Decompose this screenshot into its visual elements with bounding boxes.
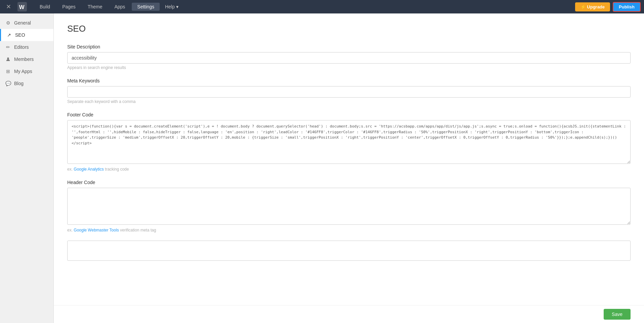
svg-point-2 bbox=[7, 58, 9, 59]
nav-pages[interactable]: Pages bbox=[57, 3, 81, 11]
footer-hint-suffix: tracking code bbox=[105, 167, 129, 172]
close-button[interactable]: ✕ bbox=[3, 3, 13, 10]
logo: W bbox=[17, 1, 28, 12]
extra-field bbox=[67, 241, 631, 261]
nav-items: Build Pages Theme Apps Settings Help ▾ bbox=[34, 3, 575, 11]
upgrade-button[interactable]: ⚡ Upgrade bbox=[575, 2, 610, 11]
footer-code-hint: ex. Google Analytics tracking code bbox=[67, 167, 631, 172]
sidebar-label-blog: Blog bbox=[14, 81, 24, 86]
sidebar-item-blog[interactable]: 💬 Blog bbox=[0, 77, 53, 89]
nav-theme[interactable]: Theme bbox=[82, 3, 108, 11]
seo-icon: ↗ bbox=[6, 32, 12, 38]
save-button[interactable]: Save bbox=[604, 309, 631, 320]
header-code-group: Header Code ex. Google Webmaster Tools v… bbox=[67, 180, 631, 232]
header-hint-prefix: ex. bbox=[67, 228, 74, 232]
nav-help[interactable]: Help ▾ bbox=[161, 3, 183, 11]
meta-keywords-hint: Separate each keyword with a comma bbox=[67, 99, 631, 104]
site-description-hint: Appears in search engine results bbox=[67, 65, 631, 70]
topnav: ✕ W Build Pages Theme Apps Settings Help… bbox=[0, 0, 644, 13]
blog-icon: 💬 bbox=[5, 81, 11, 86]
apps-icon: ⊞ bbox=[5, 69, 11, 74]
header-hint-suffix: verification meta tag bbox=[120, 228, 156, 232]
site-description-group: Site Description Appears in search engin… bbox=[67, 44, 631, 70]
footer-code-group: Footer Code <script>(function(){var s = … bbox=[67, 112, 631, 172]
sidebar-item-members[interactable]: Members bbox=[0, 53, 53, 65]
meta-keywords-input[interactable] bbox=[67, 86, 631, 98]
sidebar-item-general[interactable]: ⚙ General bbox=[0, 17, 53, 29]
sidebar-label-seo: SEO bbox=[15, 32, 25, 38]
user-icon bbox=[5, 57, 11, 62]
meta-keywords-label: Meta Keywords bbox=[67, 78, 631, 83]
page-title: SEO bbox=[67, 24, 631, 34]
layout: ⚙ General ↗ SEO ✏ Editors Members ⊞ My A… bbox=[0, 13, 644, 323]
nav-settings[interactable]: Settings bbox=[132, 3, 160, 11]
nav-build[interactable]: Build bbox=[34, 3, 55, 11]
sidebar: ⚙ General ↗ SEO ✏ Editors Members ⊞ My A… bbox=[0, 13, 54, 323]
pencil-icon: ✏ bbox=[5, 44, 11, 50]
site-description-input[interactable] bbox=[67, 52, 631, 64]
sidebar-label-myapps: My Apps bbox=[14, 69, 32, 74]
main-content: SEO Site Description Appears in search e… bbox=[54, 13, 644, 323]
footer-code-textarea[interactable]: <script>(function(){var s = document.cre… bbox=[67, 120, 631, 164]
site-description-label: Site Description bbox=[67, 44, 631, 49]
sidebar-label-members: Members bbox=[14, 57, 34, 62]
header-code-textarea[interactable] bbox=[67, 188, 631, 225]
footer-code-label: Footer Code bbox=[67, 112, 631, 117]
header-code-hint: ex. Google Webmaster Tools verification … bbox=[67, 228, 631, 232]
sidebar-item-myapps[interactable]: ⊞ My Apps bbox=[0, 65, 53, 77]
sidebar-item-editors[interactable]: ✏ Editors bbox=[0, 41, 53, 53]
svg-text:W: W bbox=[19, 4, 25, 10]
header-code-label: Header Code bbox=[67, 180, 631, 185]
footer-hint-prefix: ex. bbox=[67, 167, 74, 172]
meta-keywords-group: Meta Keywords Separate each keyword with… bbox=[67, 78, 631, 104]
sidebar-label-editors: Editors bbox=[14, 44, 29, 50]
google-webmaster-link[interactable]: Google Webmaster Tools bbox=[74, 228, 119, 232]
sidebar-label-general: General bbox=[14, 20, 31, 26]
sidebar-item-seo[interactable]: ↗ SEO bbox=[0, 29, 53, 41]
topnav-right: ⚡ Upgrade Publish bbox=[575, 2, 641, 12]
save-bar: Save bbox=[54, 305, 644, 323]
google-analytics-link[interactable]: Google Analytics bbox=[74, 167, 104, 172]
publish-button[interactable]: Publish bbox=[613, 2, 641, 12]
gear-icon: ⚙ bbox=[5, 20, 11, 26]
nav-apps[interactable]: Apps bbox=[109, 3, 130, 11]
